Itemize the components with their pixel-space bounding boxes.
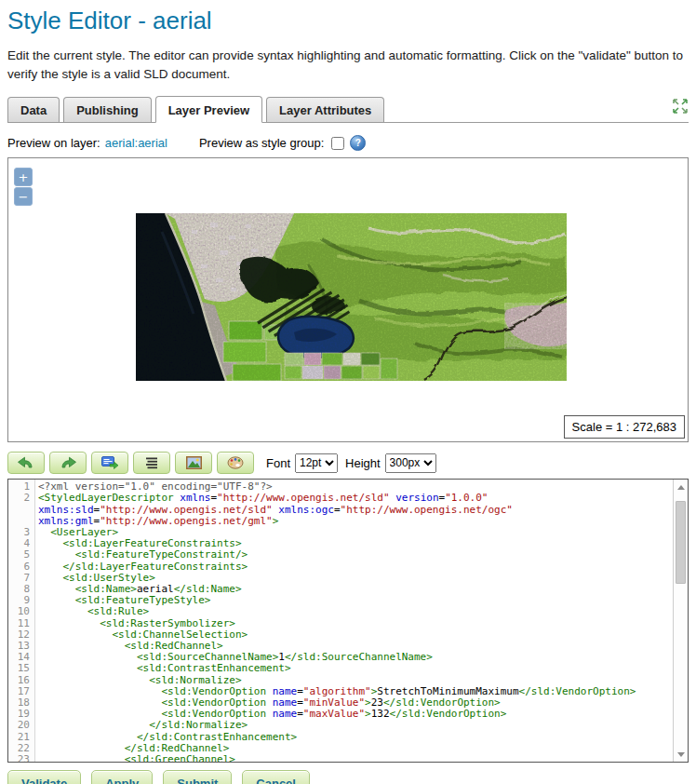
zoom-out-button[interactable]: −	[14, 187, 33, 206]
height-label: Height	[345, 456, 381, 470]
sld-code-editor[interactable]: 1<?xml version="1.0" encoding="UTF-8"?>2…	[7, 479, 689, 763]
line-number: 11	[8, 618, 34, 629]
undo-button[interactable]	[7, 452, 45, 474]
style-group-checkbox[interactable]	[331, 137, 344, 150]
scrollbar-up-button[interactable]	[674, 480, 688, 493]
page-title: Style Editor - aerial	[7, 7, 689, 35]
goto-line-icon	[101, 456, 119, 469]
line-number: 23	[8, 754, 34, 762]
auto-format-button[interactable]	[133, 452, 170, 474]
code-lines[interactable]: 1<?xml version="1.0" encoding="UTF-8"?>2…	[8, 480, 673, 762]
line-number: 10	[8, 606, 34, 617]
code-line: 23 <sld:GreenChannel>	[8, 754, 673, 762]
validate-button[interactable]: Validate	[7, 770, 81, 784]
layer-link[interactable]: aerial:aerial	[105, 136, 167, 150]
color-picker-icon	[227, 456, 244, 469]
preview-controls-row: Preview on layer: aerial:aerial Preview …	[7, 135, 689, 151]
map-preview-image[interactable]	[136, 213, 567, 381]
submit-button[interactable]: Submit	[163, 770, 232, 784]
scrollbar-thumb[interactable]	[676, 501, 686, 584]
undo-icon	[17, 456, 35, 469]
scrollbar-down-button[interactable]	[674, 748, 688, 761]
height-select[interactable]: 300px	[385, 453, 436, 473]
maximize-icon[interactable]	[672, 98, 689, 115]
page-description: Edit the current style. The editor can p…	[7, 47, 692, 83]
preview-on-layer-label: Preview on layer:	[7, 136, 100, 150]
tab-layer-attributes[interactable]: Layer Attributes	[266, 97, 384, 122]
insert-image-button[interactable]	[175, 452, 212, 474]
code-line: 2<StyledLayerDescriptor xmlns="http://ww…	[8, 493, 673, 527]
redo-icon	[59, 456, 77, 469]
line-number: 5	[8, 549, 34, 561]
line-number: 2	[8, 493, 34, 527]
scroll-up-icon	[677, 485, 685, 490]
help-icon[interactable]: ?	[350, 135, 366, 151]
editor-toolbar: Font 12pt Height 300px	[7, 452, 689, 474]
line-number: 7	[8, 573, 34, 584]
color-picker-button[interactable]	[217, 452, 254, 474]
auto-format-icon	[145, 456, 158, 469]
action-bar: Validate Apply Submit Cancel	[7, 770, 689, 784]
scale-readout: Scale = 1 : 272,683	[564, 415, 685, 439]
tab-layer-preview[interactable]: Layer Preview	[155, 96, 262, 123]
scroll-down-icon	[677, 752, 685, 757]
map-preview-panel: + −	[7, 157, 689, 442]
tab-bar: Data Publishing Layer Preview Layer Attr…	[7, 96, 689, 123]
redo-button[interactable]	[49, 452, 87, 474]
line-number: 8	[8, 584, 34, 595]
line-number: 6	[8, 561, 34, 573]
line-number: 20	[8, 720, 34, 731]
line-number: 1	[8, 481, 34, 493]
editor-scrollbar[interactable]	[673, 480, 688, 762]
insert-image-icon	[186, 456, 202, 469]
line-number: 3	[8, 527, 34, 538]
zoom-in-button[interactable]: +	[14, 168, 33, 186]
line-content: <StyledLayerDescriptor xmlns="http://www…	[34, 493, 673, 527]
font-label: Font	[266, 456, 290, 470]
apply-button[interactable]: Apply	[91, 770, 153, 784]
line-number: 4	[8, 538, 34, 549]
style-group-label: Preview as style group:	[199, 136, 324, 150]
goto-line-button[interactable]	[91, 452, 128, 474]
line-content: <sld:GreenChannel>	[34, 754, 673, 762]
cancel-button[interactable]: Cancel	[242, 770, 310, 784]
line-number: 15	[8, 663, 34, 674]
map-zoom-controls: + −	[14, 168, 33, 206]
style-editor-page: Style Editor - aerial Edit the current s…	[0, 0, 696, 784]
line-number: 21	[8, 732, 34, 743]
font-select[interactable]: 12pt	[295, 453, 338, 473]
line-number: 16	[8, 675, 34, 686]
tab-data[interactable]: Data	[7, 97, 60, 122]
tab-publishing[interactable]: Publishing	[63, 97, 151, 122]
